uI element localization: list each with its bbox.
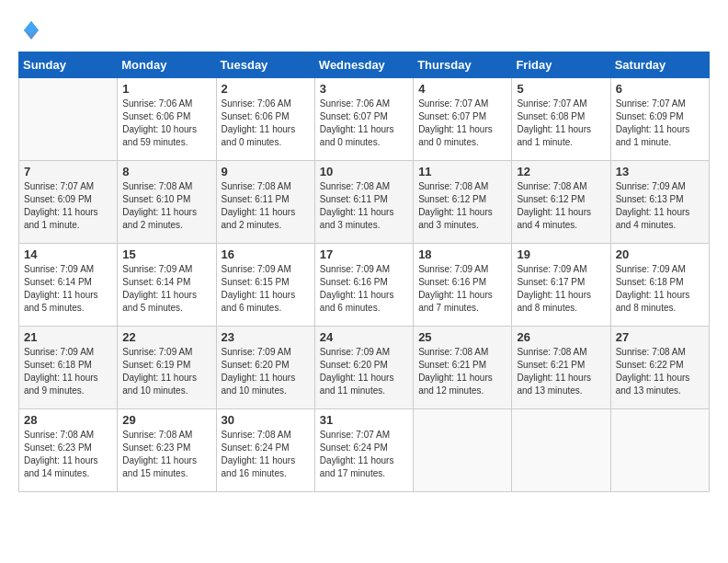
week-row-5: 28Sunrise: 7:08 AMSunset: 6:23 PMDayligh… bbox=[19, 409, 710, 492]
day-cell: 10Sunrise: 7:08 AMSunset: 6:11 PMDayligh… bbox=[314, 161, 413, 244]
day-cell bbox=[512, 409, 610, 492]
day-cell: 20Sunrise: 7:09 AMSunset: 6:18 PMDayligh… bbox=[610, 244, 709, 327]
day-info: Sunrise: 7:08 AMSunset: 6:10 PMDaylight:… bbox=[122, 180, 210, 232]
day-cell: 5Sunrise: 7:07 AMSunset: 6:08 PMDaylight… bbox=[512, 78, 610, 161]
day-cell: 11Sunrise: 7:08 AMSunset: 6:12 PMDayligh… bbox=[414, 161, 512, 244]
day-cell: 31Sunrise: 7:07 AMSunset: 6:24 PMDayligh… bbox=[314, 409, 413, 492]
day-info: Sunrise: 7:07 AMSunset: 6:08 PMDaylight:… bbox=[517, 98, 605, 149]
day-info: Sunrise: 7:08 AMSunset: 6:24 PMDaylight:… bbox=[222, 429, 310, 480]
day-number: 31 bbox=[320, 413, 408, 427]
day-info: Sunrise: 7:09 AMSunset: 6:20 PMDaylight:… bbox=[222, 346, 310, 397]
day-cell: 14Sunrise: 7:09 AMSunset: 6:14 PMDayligh… bbox=[19, 244, 118, 327]
day-number: 7 bbox=[24, 165, 112, 178]
weekday-header-row: SundayMondayTuesdayWednesdayThursdayFrid… bbox=[19, 52, 710, 78]
day-number: 28 bbox=[24, 413, 112, 427]
day-cell: 13Sunrise: 7:09 AMSunset: 6:13 PMDayligh… bbox=[610, 161, 709, 244]
day-info: Sunrise: 7:08 AMSunset: 6:11 PMDaylight:… bbox=[222, 180, 310, 232]
week-row-3: 14Sunrise: 7:09 AMSunset: 6:14 PMDayligh… bbox=[19, 244, 710, 327]
weekday-header-friday: Friday bbox=[512, 52, 610, 78]
day-number: 23 bbox=[222, 330, 310, 344]
day-number: 19 bbox=[517, 247, 605, 261]
day-number: 22 bbox=[122, 330, 210, 344]
day-number: 29 bbox=[122, 413, 210, 427]
day-cell: 25Sunrise: 7:08 AMSunset: 6:21 PMDayligh… bbox=[414, 327, 512, 409]
logo-icon bbox=[20, 19, 42, 41]
day-info: Sunrise: 7:09 AMSunset: 6:13 PMDaylight:… bbox=[616, 180, 704, 232]
day-cell: 28Sunrise: 7:08 AMSunset: 6:23 PMDayligh… bbox=[19, 409, 118, 492]
day-number: 21 bbox=[24, 330, 112, 344]
day-cell: 30Sunrise: 7:08 AMSunset: 6:24 PMDayligh… bbox=[216, 409, 314, 492]
day-cell: 17Sunrise: 7:09 AMSunset: 6:16 PMDayligh… bbox=[314, 244, 413, 327]
day-info: Sunrise: 7:09 AMSunset: 6:14 PMDaylight:… bbox=[24, 263, 112, 315]
day-info: Sunrise: 7:09 AMSunset: 6:18 PMDaylight:… bbox=[616, 263, 704, 315]
day-number: 11 bbox=[418, 165, 506, 178]
day-cell: 3Sunrise: 7:06 AMSunset: 6:07 PMDaylight… bbox=[314, 78, 413, 161]
calendar-table: SundayMondayTuesdayWednesdayThursdayFrid… bbox=[18, 52, 710, 492]
day-info: Sunrise: 7:08 AMSunset: 6:22 PMDaylight:… bbox=[616, 346, 704, 397]
day-info: Sunrise: 7:08 AMSunset: 6:21 PMDaylight:… bbox=[517, 346, 605, 397]
day-number: 1 bbox=[122, 82, 210, 96]
day-cell: 15Sunrise: 7:09 AMSunset: 6:14 PMDayligh… bbox=[118, 244, 216, 327]
day-cell: 27Sunrise: 7:08 AMSunset: 6:22 PMDayligh… bbox=[610, 327, 709, 409]
day-cell: 6Sunrise: 7:07 AMSunset: 6:09 PMDaylight… bbox=[610, 78, 709, 161]
day-number: 14 bbox=[24, 247, 112, 261]
weekday-header-tuesday: Tuesday bbox=[216, 52, 314, 78]
weekday-header-sunday: Sunday bbox=[19, 52, 118, 78]
day-number: 6 bbox=[616, 82, 704, 96]
day-info: Sunrise: 7:06 AMSunset: 6:07 PMDaylight:… bbox=[320, 98, 408, 149]
day-cell: 12Sunrise: 7:08 AMSunset: 6:12 PMDayligh… bbox=[512, 161, 610, 244]
day-info: Sunrise: 7:09 AMSunset: 6:20 PMDaylight:… bbox=[320, 346, 408, 397]
day-number: 4 bbox=[418, 82, 506, 96]
weekday-header-saturday: Saturday bbox=[610, 52, 709, 78]
day-number: 5 bbox=[517, 82, 605, 96]
day-number: 3 bbox=[320, 82, 408, 96]
day-cell: 26Sunrise: 7:08 AMSunset: 6:21 PMDayligh… bbox=[512, 327, 610, 409]
day-info: Sunrise: 7:09 AMSunset: 6:19 PMDaylight:… bbox=[122, 346, 210, 397]
day-info: Sunrise: 7:08 AMSunset: 6:23 PMDaylight:… bbox=[122, 429, 210, 480]
day-info: Sunrise: 7:06 AMSunset: 6:06 PMDaylight:… bbox=[222, 98, 310, 149]
weekday-header-wednesday: Wednesday bbox=[314, 52, 413, 78]
day-cell: 19Sunrise: 7:09 AMSunset: 6:17 PMDayligh… bbox=[512, 244, 610, 327]
day-number: 26 bbox=[517, 330, 605, 344]
day-number: 20 bbox=[616, 247, 704, 261]
day-info: Sunrise: 7:08 AMSunset: 6:11 PMDaylight:… bbox=[320, 180, 408, 232]
day-cell: 1Sunrise: 7:06 AMSunset: 6:06 PMDaylight… bbox=[118, 78, 216, 161]
day-info: Sunrise: 7:08 AMSunset: 6:12 PMDaylight:… bbox=[517, 180, 605, 232]
day-number: 24 bbox=[320, 330, 408, 344]
week-row-4: 21Sunrise: 7:09 AMSunset: 6:18 PMDayligh… bbox=[19, 327, 710, 409]
logo bbox=[18, 18, 42, 42]
day-cell: 9Sunrise: 7:08 AMSunset: 6:11 PMDaylight… bbox=[216, 161, 314, 244]
day-info: Sunrise: 7:08 AMSunset: 6:23 PMDaylight:… bbox=[24, 429, 112, 480]
day-cell: 2Sunrise: 7:06 AMSunset: 6:06 PMDaylight… bbox=[216, 78, 314, 161]
day-cell: 23Sunrise: 7:09 AMSunset: 6:20 PMDayligh… bbox=[216, 327, 314, 409]
week-row-1: 1Sunrise: 7:06 AMSunset: 6:06 PMDaylight… bbox=[19, 78, 710, 161]
week-row-2: 7Sunrise: 7:07 AMSunset: 6:09 PMDaylight… bbox=[19, 161, 710, 244]
day-cell: 29Sunrise: 7:08 AMSunset: 6:23 PMDayligh… bbox=[118, 409, 216, 492]
day-cell: 21Sunrise: 7:09 AMSunset: 6:18 PMDayligh… bbox=[19, 327, 118, 409]
day-cell bbox=[414, 409, 512, 492]
weekday-header-monday: Monday bbox=[118, 52, 216, 78]
day-info: Sunrise: 7:07 AMSunset: 6:09 PMDaylight:… bbox=[24, 180, 112, 232]
day-info: Sunrise: 7:09 AMSunset: 6:17 PMDaylight:… bbox=[517, 263, 605, 315]
day-number: 17 bbox=[320, 247, 408, 261]
day-number: 27 bbox=[616, 330, 704, 344]
day-number: 18 bbox=[418, 247, 506, 261]
day-info: Sunrise: 7:07 AMSunset: 6:24 PMDaylight:… bbox=[320, 429, 408, 480]
day-info: Sunrise: 7:09 AMSunset: 6:15 PMDaylight:… bbox=[222, 263, 310, 315]
day-number: 13 bbox=[616, 165, 704, 178]
weekday-header-thursday: Thursday bbox=[414, 52, 512, 78]
day-number: 2 bbox=[222, 82, 310, 96]
day-number: 16 bbox=[222, 247, 310, 261]
day-cell: 24Sunrise: 7:09 AMSunset: 6:20 PMDayligh… bbox=[314, 327, 413, 409]
day-info: Sunrise: 7:09 AMSunset: 6:18 PMDaylight:… bbox=[24, 346, 112, 397]
day-info: Sunrise: 7:07 AMSunset: 6:09 PMDaylight:… bbox=[616, 98, 704, 149]
day-cell: 18Sunrise: 7:09 AMSunset: 6:16 PMDayligh… bbox=[414, 244, 512, 327]
day-number: 30 bbox=[222, 413, 310, 427]
page-header bbox=[18, 18, 710, 42]
day-info: Sunrise: 7:08 AMSunset: 6:12 PMDaylight:… bbox=[418, 180, 506, 232]
day-number: 25 bbox=[418, 330, 506, 344]
day-cell: 22Sunrise: 7:09 AMSunset: 6:19 PMDayligh… bbox=[118, 327, 216, 409]
day-info: Sunrise: 7:07 AMSunset: 6:07 PMDaylight:… bbox=[418, 98, 506, 149]
day-cell: 4Sunrise: 7:07 AMSunset: 6:07 PMDaylight… bbox=[414, 78, 512, 161]
day-cell bbox=[19, 78, 118, 161]
